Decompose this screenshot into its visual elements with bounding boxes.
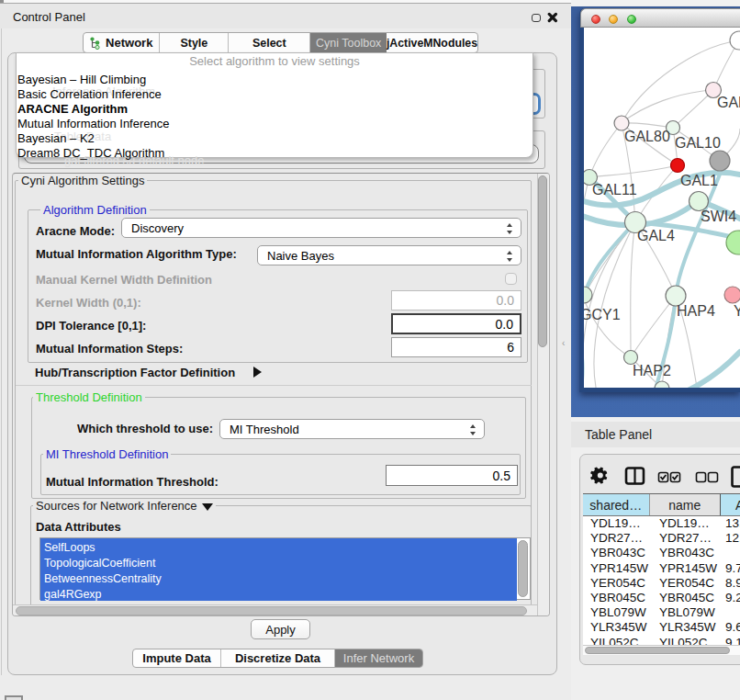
svg-text:YM: YM	[734, 303, 740, 319]
svg-text:HAP4: HAP4	[677, 303, 715, 319]
svg-text:GCY1: GCY1	[584, 307, 621, 322]
svg-text:SWI4: SWI4	[701, 209, 736, 224]
svg-text:HAP2: HAP2	[633, 363, 671, 378]
svg-text:GAL7: GAL7	[717, 95, 740, 110]
svg-text:GAL4: GAL4	[637, 228, 675, 243]
svg-text:GAL80: GAL80	[624, 129, 670, 144]
svg-text:GAL10: GAL10	[675, 135, 721, 151]
svg-text:GAL1: GAL1	[680, 173, 718, 188]
svg-text:GAL11: GAL11	[592, 182, 637, 198]
